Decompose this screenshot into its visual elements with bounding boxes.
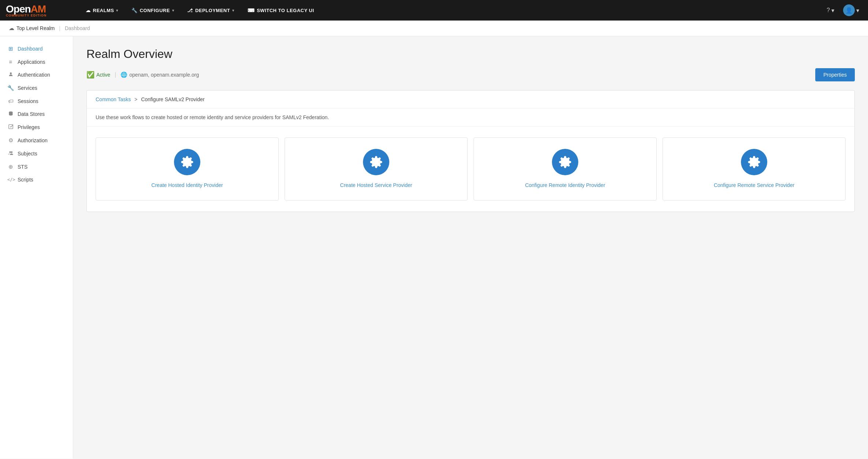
task-cards: Create Hosted Identity Provider Create H… [87,126,854,212]
realm-info: 🌐 openam, openam.example.org [120,71,199,78]
authentication-icon [7,71,14,78]
sidebar: ⊞ Dashboard ≡ Applications Authenticatio… [0,36,73,459]
logo-open: Open [6,3,31,15]
sidebar-label-datastores: Data Stores [18,111,45,117]
tasks-breadcrumb-current: Configure SAMLv2 Provider [141,96,205,102]
cloud-icon: ☁ [86,8,91,13]
sidebar-label-scripts: Scripts [18,177,33,183]
status-active: ✅ Active [86,71,110,79]
sidebar-item-dashboard[interactable]: ⊞ Dashboard [0,42,73,55]
top-navigation: OpenAM COMMUNITY EDITION ☁ REALMS ▾ 🔧 CO… [0,0,868,21]
breadcrumb-separator: | [59,25,60,31]
sidebar-item-applications[interactable]: ≡ Applications [0,55,73,68]
nav-right: ? ▾ 👤 ▾ [824,2,862,18]
sidebar-label-services: Services [18,85,37,91]
gear-icon-3 [559,155,572,169]
sidebar-label-sessions: Sessions [18,98,38,104]
dashboard-icon: ⊞ [7,45,14,52]
sidebar-item-sessions[interactable]: 🏷 Sessions [0,95,73,107]
task-card-configure-remote-sp[interactable]: Configure Remote Service Provider [663,137,846,201]
nav-item-deployment[interactable]: ⎇ DEPLOYMENT ▾ [181,0,241,21]
sidebar-item-subjects[interactable]: Subjects [0,147,73,160]
task-icon-circle-2 [363,149,389,175]
sitemap-icon: ⎇ [187,8,193,13]
breadcrumb-page: Dashboard [65,25,90,31]
realm-status-bar: ✅ Active | 🌐 openam, openam.example.org … [86,68,855,81]
breadcrumb-realm[interactable]: ☁ Top Level Realm [9,25,55,32]
chevron-down-icon-4: ▾ [831,7,834,14]
svg-point-4 [11,151,12,153]
services-icon: 🔧 [7,85,14,91]
gear-icon-4 [748,155,761,169]
scripts-icon: </> [7,177,14,182]
sidebar-item-datastores[interactable]: Data Stores [0,107,73,121]
nav-item-legacy[interactable]: ⌨ SWITCH TO LEGACY UI [241,0,321,21]
nav-label-configure: CONFIGURE [140,8,170,13]
subjects-icon [7,150,14,157]
sidebar-label-authentication: Authentication [18,72,50,78]
logo-am: AM [31,3,46,15]
tasks-panel: Common Tasks > Configure SAMLv2 Provider… [86,90,855,212]
task-card-configure-remote-idp[interactable]: Configure Remote Identity Provider [474,137,657,201]
help-icon: ? [827,7,830,14]
active-dot-icon: ✅ [86,71,94,79]
sidebar-item-services[interactable]: 🔧 Services [0,81,73,95]
properties-button[interactable]: Properties [815,68,855,81]
sts-icon: ⊕ [7,164,14,170]
task-card-label-4: Configure Remote Service Provider [714,182,794,189]
sidebar-item-authorization[interactable]: ⚙ Authorization [0,134,73,147]
user-icon: 👤 [845,7,853,14]
svg-rect-2 [8,125,12,129]
tasks-description: Use these work flows to create hosted or… [87,109,854,126]
sidebar-item-privileges[interactable]: Privileges [0,121,73,134]
nav-items: ☁ REALMS ▾ 🔧 CONFIGURE ▾ ⎇ DEPLOYMENT ▾ … [79,0,824,21]
nav-item-configure[interactable]: 🔧 CONFIGURE ▾ [125,0,181,21]
task-card-create-hosted-idp[interactable]: Create Hosted Identity Provider [96,137,279,201]
logo[interactable]: OpenAM COMMUNITY EDITION [6,3,79,17]
task-card-label-3: Configure Remote Identity Provider [525,182,605,189]
chevron-down-icon-3: ▾ [232,8,234,12]
tasks-header: Common Tasks > Configure SAMLv2 Provider [87,91,854,109]
globe-icon: 🌐 [120,71,127,78]
task-icon-circle-4 [741,149,767,175]
nav-item-realms[interactable]: ☁ REALMS ▾ [79,0,125,21]
main-layout: ⊞ Dashboard ≡ Applications Authenticatio… [0,36,868,459]
task-icon-circle-1 [174,149,200,175]
avatar: 👤 [843,4,855,16]
task-card-create-hosted-sp[interactable]: Create Hosted Service Provider [285,137,468,201]
datastores-icon [7,111,14,117]
sidebar-label-dashboard: Dashboard [18,46,43,52]
help-button[interactable]: ? ▾ [824,5,837,16]
breadcrumb-realm-label: Top Level Realm [16,25,55,31]
gear-icon-1 [181,155,194,169]
breadcrumb-bar: ☁ Top Level Realm | Dashboard [0,21,868,36]
privileges-icon [7,124,14,131]
sessions-icon: 🏷 [7,98,14,104]
task-icon-circle-3 [552,149,578,175]
realm-cloud-icon: ☁ [9,25,14,32]
sidebar-label-subjects: Subjects [18,151,37,157]
nav-label-deployment: DEPLOYMENT [195,8,230,13]
sidebar-label-authorization: Authorization [18,137,48,143]
sidebar-item-authentication[interactable]: Authentication [0,68,73,81]
content-area: Realm Overview ✅ Active | 🌐 openam, open… [73,36,868,459]
task-card-label-2: Create Hosted Service Provider [340,182,412,189]
tasks-breadcrumb-link[interactable]: Common Tasks [96,96,131,102]
realm-info-text: openam, openam.example.org [129,72,199,78]
realm-separator: | [115,71,116,78]
applications-icon: ≡ [7,59,14,65]
sidebar-item-sts[interactable]: ⊕ STS [0,160,73,173]
sidebar-label-privileges: Privileges [18,124,40,130]
user-menu[interactable]: 👤 ▾ [840,2,862,18]
nav-label-realms: REALMS [93,8,114,13]
chevron-down-icon-2: ▾ [172,8,174,12]
chevron-down-icon-5: ▾ [856,7,859,14]
logo-sub: COMMUNITY EDITION [6,14,47,17]
sidebar-item-scripts[interactable]: </> Scripts [0,173,73,186]
sidebar-label-applications: Applications [18,59,45,65]
tasks-breadcrumb-separator: > [134,96,139,102]
task-card-label-1: Create Hosted Identity Provider [151,182,223,189]
page-title: Realm Overview [86,47,855,61]
sidebar-label-sts: STS [18,164,27,170]
gear-icon-2 [370,155,383,169]
